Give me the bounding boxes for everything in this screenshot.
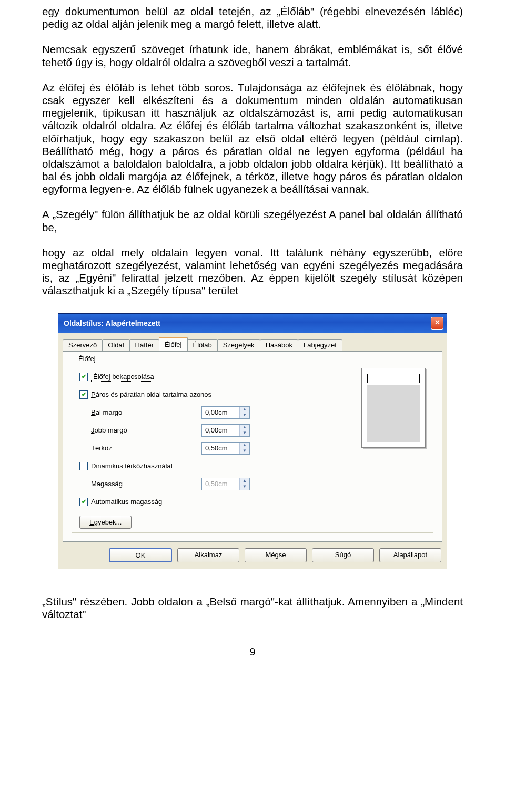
preview-body-icon [367,385,420,442]
paragraph-2: Nemcsak egyszerű szöveget írhatunk ide, … [42,43,463,68]
value-right-margin: 0,00cm [202,425,239,436]
row-spacing: Térköz 0,50cm ▲▼ [79,439,351,457]
spinner-spacing[interactable]: 0,50cm ▲▼ [201,442,250,455]
apply-button[interactable]: Alkalmaz [177,548,239,562]
tab-elofej[interactable]: Élőfej [159,337,188,351]
dialog-button-row: OK Alkalmaz Mégse Súgó Alapállapot [58,546,447,569]
label-right-margin: Jobb margó [79,426,201,434]
paragraph-4: A „Szegély" fülön állíthatjuk be az olda… [42,208,463,233]
tab-oldal[interactable]: Oldal [102,339,129,351]
spinner-arrows-icon[interactable]: ▲▼ [239,478,249,490]
label-left-margin: Bal margó [79,408,201,416]
tab-hasabok[interactable]: Hasábok [260,339,298,351]
row-right-margin: Jobb margó 0,00cm ▲▼ [79,422,351,439]
tab-labjegyzet[interactable]: Lábjegyzet [298,339,342,351]
extras-button[interactable]: Egyebek... [79,516,132,529]
label-auto-height: Automatikus magasság [91,498,162,506]
dialog-titlebar: Oldalstílus: Alapértelmezett ✕ [58,314,447,333]
paragraph-1: egy dokumentumon belül az oldal tetején,… [42,5,463,30]
row-left-margin: Bal margó 0,00cm ▲▼ [79,404,351,422]
checkbox-dynamic[interactable]: ✔ [79,462,88,470]
value-spacing: 0,50cm [202,443,239,454]
label-same: Páros és páratlan oldal tartalma azonos [91,390,211,398]
spinner-left-margin[interactable]: 0,00cm ▲▼ [201,406,250,419]
label-height: Magasság [79,480,201,488]
close-icon[interactable]: ✕ [431,317,443,330]
label-spacing: Térköz [79,444,201,452]
label-enable: Élőfej bekapcsolása [91,372,156,382]
reset-button[interactable]: Alapállapot [379,548,441,562]
paragraph-3: Az élőfej és élőláb is lehet több soros.… [42,81,463,196]
groupbox-label: Élőfej [76,355,98,363]
value-left-margin: 0,00cm [202,407,239,418]
spinner-height[interactable]: 0,50cm ▲▼ [201,478,250,490]
paragraph-5: hogy az oldal mely oldalain legyen vonal… [42,246,463,297]
ok-button[interactable]: OK [109,548,172,562]
checkbox-same[interactable]: ✔ [79,390,88,399]
row-same: ✔ Páros és páratlan oldal tartalma azono… [79,386,351,404]
label-dynamic: Dinamikus térközhasználat [91,462,173,470]
dialog-screenshot: Oldalstílus: Alapértelmezett ✕ Szervező … [58,313,447,569]
tab-elolab[interactable]: Élőláb [187,339,218,351]
spinner-arrows-icon[interactable]: ▲▼ [239,425,249,436]
page-number: 9 [42,646,463,658]
dialog-title: Oldalstílus: Alapértelmezett [64,319,160,327]
tab-szervezo[interactable]: Szervező [63,339,103,351]
tab-strip: Szervező Oldal Háttér Élőfej Élőláb Szeg… [58,333,447,351]
checkbox-auto-height[interactable]: ✔ [79,498,88,506]
spinner-arrows-icon[interactable]: ▲▼ [239,407,249,418]
page-preview [361,368,426,448]
cancel-button[interactable]: Mégse [245,548,307,562]
checkbox-enable[interactable]: ✔ [79,373,88,381]
tab-hatter[interactable]: Háttér [129,339,159,351]
tab-szegelyek[interactable]: Szegélyek [217,339,260,351]
spinner-arrows-icon[interactable]: ▲▼ [239,443,249,454]
spinner-right-margin[interactable]: 0,00cm ▲▼ [201,424,250,437]
groupbox-elofej: Élőfej ✔ Élőfej bekapcsolása ✔ Páros és … [72,359,433,533]
tab-panel: Élőfej ✔ Élőfej bekapcsolása ✔ Páros és … [63,351,442,542]
row-dynamic: ✔ Dinamikus térközhasználat [79,457,351,475]
value-height: 0,50cm [202,478,239,490]
help-button[interactable]: Súgó [312,548,374,562]
row-enable: ✔ Élőfej bekapcsolása [79,368,351,386]
row-height: Magasság 0,50cm ▲▼ [79,475,351,493]
paragraph-6: „Stílus" részében. Jobb oldalon a „Belső… [42,595,463,621]
row-auto-height: ✔ Automatikus magasság [79,493,351,511]
preview-header-icon [367,374,420,383]
